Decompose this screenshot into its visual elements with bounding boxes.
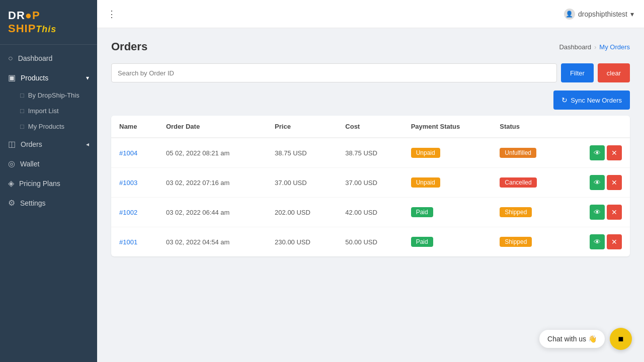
orders-table: Name Order Date Price Cost Payment Statu…	[111, 116, 630, 256]
table-row: #1004 05 02, 2022 08:21 am 38.75 USD 38.…	[111, 138, 630, 168]
sidebar-item-by-dropship[interactable]: □ By DropShip-This	[0, 87, 97, 103]
sidebar-item-dashboard[interactable]: ○ Dashboard	[0, 49, 97, 68]
filter-button[interactable]: Filter	[561, 63, 594, 82]
delete-order-button[interactable]: ✕	[607, 205, 622, 220]
order-payment-status: Unpaid	[403, 138, 492, 168]
view-order-button[interactable]: 👁	[590, 234, 605, 249]
sidebar-subitem-label: My Products	[28, 123, 64, 130]
breadcrumb-parent[interactable]: Dashboard	[559, 43, 591, 51]
order-actions: 👁 ✕	[564, 168, 630, 198]
order-status: Shipped	[492, 198, 564, 227]
sidebar-item-wallet[interactable]: ◎ Wallet	[0, 154, 97, 173]
sync-button-label: Sync New Orders	[571, 97, 622, 104]
view-order-button[interactable]: 👁	[590, 205, 605, 220]
table-row: #1001 03 02, 2022 04:54 am 230.00 USD 50…	[111, 227, 630, 257]
order-id[interactable]: #1003	[111, 168, 158, 198]
breadcrumb: Dashboard › My Orders	[559, 43, 630, 51]
order-id[interactable]: #1002	[111, 198, 158, 227]
sidebar-item-settings[interactable]: ⚙ Settings	[0, 193, 97, 213]
order-status: Cancelled	[492, 168, 564, 198]
col-price: Price	[267, 116, 337, 138]
sidebar-item-label: Pricing Plans	[19, 179, 60, 188]
breadcrumb-separator: ›	[594, 43, 596, 51]
page-header: Orders Dashboard › My Orders	[111, 40, 630, 53]
order-price: 202.00 USD	[267, 198, 337, 227]
sync-icon: ↻	[561, 96, 568, 104]
order-cost: 50.00 USD	[337, 227, 403, 257]
sidebar-item-label: Products	[21, 74, 48, 82]
sidebar-nav: ○ Dashboard ▣ Products ▾ □ By DropShip-T…	[0, 45, 97, 362]
order-status: Shipped	[492, 227, 564, 257]
sidebar-item-import-list[interactable]: □ Import List	[0, 103, 97, 119]
topbar: ⋮ 👤 dropshipthistest ▾	[97, 0, 644, 28]
order-date: 03 02, 2022 04:54 am	[158, 227, 267, 257]
view-order-button[interactable]: 👁	[590, 145, 605, 160]
order-payment-status: Paid	[403, 227, 492, 257]
main-content: ⋮ 👤 dropshipthistest ▾ Orders Dashboard …	[97, 0, 644, 362]
menu-dots-button[interactable]: ⋮	[107, 9, 117, 20]
order-date: 03 02, 2022 07:16 am	[158, 168, 267, 198]
logo-drop: DR	[8, 9, 25, 22]
order-actions: 👁 ✕	[564, 198, 630, 227]
page-title: Orders	[111, 40, 147, 53]
pricing-icon: ◈	[8, 178, 14, 188]
col-cost: Cost	[337, 116, 403, 138]
logo-this: This	[36, 24, 56, 34]
chat-bubble: Chat with us 👋	[539, 330, 605, 348]
delete-order-button[interactable]: ✕	[607, 145, 622, 160]
col-name: Name	[111, 116, 158, 138]
order-date: 05 02, 2022 08:21 am	[158, 138, 267, 168]
account-avatar: 👤	[564, 9, 575, 20]
order-payment-status: Paid	[403, 198, 492, 227]
col-status: Status	[492, 116, 564, 138]
sidebar-item-label: Wallet	[20, 160, 39, 168]
sidebar-subitem-label: Import List	[28, 107, 59, 115]
col-actions	[564, 116, 630, 138]
col-payment-status: Payment Status	[403, 116, 492, 138]
table-row: #1002 03 02, 2022 06:44 am 202.00 USD 42…	[111, 198, 630, 227]
sidebar: DR●P SHIPThis ○ Dashboard ▣ Products ▾ □…	[0, 0, 97, 362]
breadcrumb-current: My Orders	[599, 43, 630, 51]
order-actions: 👁 ✕	[564, 138, 630, 168]
delete-order-button[interactable]: ✕	[607, 175, 622, 190]
sync-orders-button[interactable]: ↻ Sync New Orders	[553, 90, 630, 110]
sidebar-item-pricing-plans[interactable]: ◈ Pricing Plans	[0, 173, 97, 193]
file-icon: □	[20, 107, 24, 115]
topbar-left: ⋮	[107, 9, 117, 20]
account-menu[interactable]: 👤 dropshipthistest ▾	[564, 9, 634, 20]
logo: DR●P SHIPThis	[0, 0, 97, 45]
order-cost: 37.00 USD	[337, 168, 403, 198]
order-price: 230.00 USD	[267, 227, 337, 257]
search-input[interactable]	[111, 63, 557, 82]
account-name: dropshipthistest	[578, 10, 627, 18]
order-price: 38.75 USD	[267, 138, 337, 168]
wallet-icon: ◎	[8, 159, 15, 168]
account-dropdown-icon: ▾	[630, 10, 634, 18]
sync-row: ↻ Sync New Orders	[111, 90, 630, 110]
clear-button[interactable]: clear	[598, 63, 630, 82]
file-icon: □	[20, 123, 24, 130]
order-cost: 42.00 USD	[337, 198, 403, 227]
sidebar-item-label: Orders	[21, 140, 42, 148]
order-date: 03 02, 2022 06:44 am	[158, 198, 267, 227]
order-id[interactable]: #1001	[111, 227, 158, 257]
order-id[interactable]: #1004	[111, 138, 158, 168]
col-order-date: Order Date	[158, 116, 267, 138]
chat-widget: Chat with us 👋 ■	[539, 328, 632, 350]
order-price: 37.00 USD	[267, 168, 337, 198]
page-body: Orders Dashboard › My Orders Filter clea…	[97, 28, 644, 362]
products-icon: ▣	[8, 73, 16, 82]
sidebar-item-orders[interactable]: ◫ Orders ◂	[0, 134, 97, 154]
sidebar-subitem-label: By DropShip-This	[28, 92, 79, 99]
sidebar-item-my-products[interactable]: □ My Products	[0, 119, 97, 134]
order-status: Unfulfilled	[492, 138, 564, 168]
orders-icon: ◫	[8, 139, 16, 149]
delete-order-button[interactable]: ✕	[607, 234, 622, 249]
chat-button[interactable]: ■	[610, 328, 632, 350]
chevron-down-icon: ▾	[86, 74, 89, 81]
sidebar-item-label: Dashboard	[18, 54, 53, 62]
sidebar-item-products[interactable]: ▣ Products ▾	[0, 68, 97, 87]
sidebar-item-label: Settings	[20, 199, 46, 207]
view-order-button[interactable]: 👁	[590, 175, 605, 190]
settings-icon: ⚙	[8, 198, 15, 208]
